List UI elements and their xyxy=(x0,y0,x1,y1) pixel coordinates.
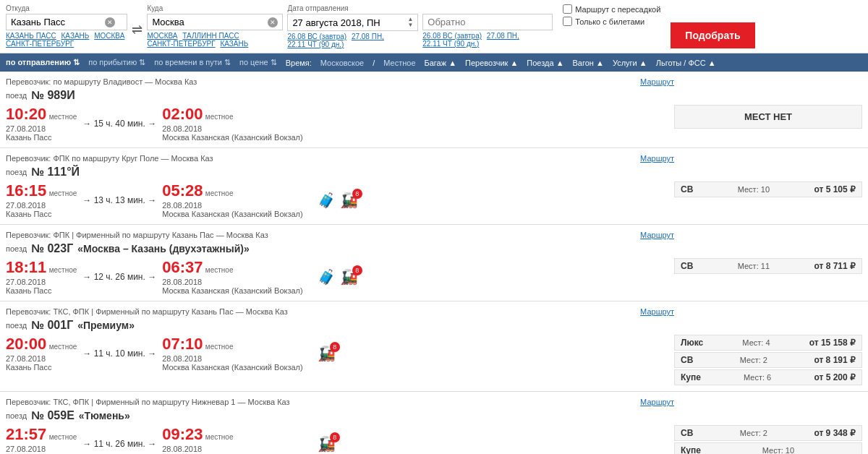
seat-row[interactable]: СВ Мест: 2 от 9 348 ₽ xyxy=(674,425,862,441)
train-number-row: поезд № 111°Й xyxy=(6,166,862,179)
seat-price: от 8 711 ₽ xyxy=(814,261,856,271)
arrive-station: Москва Казанская (Казанский Вокзал) xyxy=(162,210,303,218)
duration: → 13 ч. 13 мин. → xyxy=(82,195,156,205)
from-input-wrap[interactable]: ✕ xyxy=(6,14,127,30)
route-link[interactable]: Маршрут xyxy=(640,398,674,406)
depart-time: 16:15 xyxy=(6,181,46,200)
from-shortcut-1[interactable]: КАЗАНЬ ПАСС xyxy=(6,32,56,40)
sort-by-arrive[interactable]: по прибытию ⇅ xyxy=(88,58,145,67)
seat-row[interactable]: СВ Мест: 11 от 8 711 ₽ xyxy=(674,258,862,274)
seat-row[interactable]: СВ Мест: 2 от 8 191 ₽ xyxy=(674,352,862,368)
date-arrow-down[interactable]: ▼ xyxy=(407,22,413,28)
date-input-wrap[interactable]: ▲ ▼ xyxy=(287,14,418,31)
baggage-filter[interactable]: Багаж ▲ xyxy=(425,59,457,67)
to-input-wrap[interactable]: ✕ xyxy=(147,14,283,30)
arrive-label: местное xyxy=(205,113,234,121)
services-filter[interactable]: Услуги ▲ xyxy=(613,59,647,67)
seat-row[interactable]: Купе Мест: 10 xyxy=(674,442,862,454)
main-row: 20:00 местное 27.08.2018 Казань Пасс → 1… xyxy=(6,335,862,385)
route-link[interactable]: Маршрут xyxy=(640,231,674,239)
train-number-row: поезд № 989И xyxy=(6,89,862,102)
from-shortcut-4[interactable]: САНКТ-ПЕТЕРБУРГ xyxy=(6,40,74,48)
return-shortcut-3[interactable]: 22.11 ЧТ (90 дн.) xyxy=(422,40,479,48)
date-shortcut-2[interactable]: 27.08 ПН, xyxy=(352,33,384,40)
to-shortcut-1[interactable]: МОСКВА xyxy=(147,32,177,40)
train-label: поезд xyxy=(6,168,27,176)
date-arrows: ▲ ▼ xyxy=(407,17,413,28)
date-shortcut-3[interactable]: 22.11 ЧТ (90 дн.) xyxy=(287,40,344,48)
return-shortcut-1[interactable]: 26.08 ВС (завтра) xyxy=(422,32,482,40)
depart-date: 27.08.2018 xyxy=(6,124,77,133)
return-shortcut-2[interactable]: 27.08 ПН, xyxy=(487,32,519,40)
time-moscow[interactable]: Московское xyxy=(320,59,364,67)
from-section: 18:11 местное 27.08.2018 Казань Пасс xyxy=(6,258,77,295)
to-shortcut-4[interactable]: КАЗАНЬ xyxy=(220,40,248,48)
sort-by-price[interactable]: по цене ⇅ xyxy=(239,58,277,67)
to-shortcuts: МОСКВА ТАЛЛИНН ПАСС САНКТ-ПЕТЕРБУРГ КАЗА… xyxy=(147,32,283,48)
time-local[interactable]: Местное xyxy=(383,59,415,67)
to-clear-btn[interactable]: ✕ xyxy=(268,17,278,27)
duration: → 12 ч. 26 мин. → xyxy=(82,272,156,282)
transfer-checkbox[interactable] xyxy=(563,4,572,14)
train-filter[interactable]: Поезда ▲ xyxy=(527,59,563,67)
carrier-filter[interactable]: Перевозчик ▲ xyxy=(465,59,518,67)
seat-price: от 5 105 ₽ xyxy=(814,184,856,194)
depart-label: местное xyxy=(49,189,77,197)
arrive-date: 28.08.2018 xyxy=(162,124,303,133)
from-shortcut-2[interactable]: КАЗАНЬ xyxy=(61,32,90,40)
depart-date: 27.08.2018 xyxy=(6,201,77,210)
depart-label: местное xyxy=(49,266,77,274)
train-block-5: Перевозчик: ТКС, ФПК | Фирменный по марш… xyxy=(0,392,868,454)
train-icon: 🚂 8 xyxy=(318,345,336,362)
to-section: 07:10 местное 28.08.2018 Москва Казанска… xyxy=(162,335,303,372)
train-header: Перевозчик: ТКС, ФПК | Фирменный по марш… xyxy=(6,398,862,406)
train-header: Перевозчик: ФПК | Фирменный по маршруту … xyxy=(6,231,862,239)
arrive-time: 09:23 xyxy=(162,425,203,443)
swap-button[interactable]: ⇌ xyxy=(132,22,142,38)
seat-type: Люкс xyxy=(681,338,703,348)
tickets-checkbox[interactable] xyxy=(563,17,572,26)
to-input[interactable] xyxy=(152,17,268,27)
benefits-filter[interactable]: Льготы / ФСС ▲ xyxy=(656,59,716,67)
from-input[interactable] xyxy=(11,17,105,27)
train-block-4: Перевозчик: ТКС, ФПК | Фирменный по марш… xyxy=(0,301,868,392)
return-input[interactable] xyxy=(427,17,543,27)
to-shortcut-2[interactable]: ТАЛЛИНН ПАСС xyxy=(182,32,239,40)
arrive-time: 05:28 xyxy=(162,181,203,200)
search-button[interactable]: Подобрать xyxy=(671,22,754,48)
icons-section: 🧳 🚂 8 xyxy=(318,268,358,286)
arrive-time: 07:10 xyxy=(162,335,203,353)
to-shortcut-3[interactable]: САНКТ-ПЕТЕРБУРГ xyxy=(147,40,215,48)
route-link[interactable]: Маршрут xyxy=(640,307,674,316)
arrive-date: 28.08.2018 xyxy=(162,278,303,286)
train-label: поезд xyxy=(6,321,27,330)
depart-date: 27.08.2018 xyxy=(6,278,77,286)
return-input-wrap[interactable] xyxy=(422,14,553,30)
arrive-date: 28.08.2018 xyxy=(162,445,303,453)
seat-row[interactable]: Люкс Мест: 4 от 15 158 ₽ xyxy=(674,335,862,351)
train-block-2: Перевозчик: ФПК по маршруту Круг Поле — … xyxy=(0,148,868,225)
date-input[interactable] xyxy=(292,17,404,28)
seat-row[interactable]: СВ Мест: 10 от 5 105 ₽ xyxy=(674,181,862,197)
date-shortcut-1[interactable]: 26.08 ВС (завтра) xyxy=(287,33,346,40)
sort-by-duration[interactable]: по времени в пути ⇅ xyxy=(154,58,231,67)
route-link[interactable]: Маршрут xyxy=(640,154,674,163)
timing-section: 16:15 местное 27.08.2018 Казань Пасс → 1… xyxy=(6,181,674,218)
seat-row[interactable]: Купе Мест: 6 от 5 200 ₽ xyxy=(674,369,862,385)
transfer-checkbox-row[interactable]: Маршрут с пересадкой xyxy=(563,4,660,14)
train-header: Перевозчик: ФПК по маршруту Круг Поле — … xyxy=(6,154,862,163)
train-number: № 001Г xyxy=(31,319,73,332)
wagon-filter[interactable]: Вагон ▲ xyxy=(573,59,604,67)
to-section: 05:28 местное 28.08.2018 Москва Казанска… xyxy=(162,181,303,218)
from-shortcut-3[interactable]: МОСКВА xyxy=(94,32,124,40)
sort-by-depart[interactable]: по отправлению ⇅ xyxy=(6,58,80,67)
tickets-checkbox-row[interactable]: Только с билетами xyxy=(563,17,660,26)
timing-section: 10:20 местное 27.08.2018 Казань Пасс → 1… xyxy=(6,105,674,142)
time-sep: / xyxy=(373,59,375,67)
from-clear-btn[interactable]: ✕ xyxy=(105,17,115,27)
route-link[interactable]: Маршрут xyxy=(640,77,674,86)
carrier-info: Перевозчик: ТКС, ФПК | Фирменный по марш… xyxy=(6,398,290,406)
train-name: «Премиум» xyxy=(77,320,135,331)
sort-bar: по отправлению ⇅ по прибытию ⇅ по времен… xyxy=(0,53,868,72)
to-label: Куда xyxy=(147,4,283,12)
